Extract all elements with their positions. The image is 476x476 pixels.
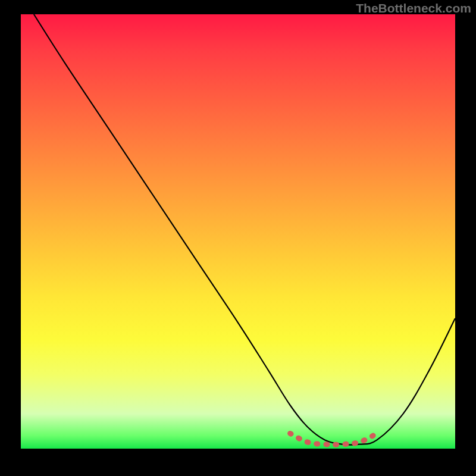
watermark-text: TheBottleneck.com (356, 1, 471, 15)
optimal-range-marker-path (290, 433, 377, 444)
chart-container: TheBottleneck.com (0, 0, 476, 476)
bottleneck-curve-path (34, 14, 455, 445)
curve-svg (21, 14, 455, 449)
plot-area (21, 14, 455, 449)
